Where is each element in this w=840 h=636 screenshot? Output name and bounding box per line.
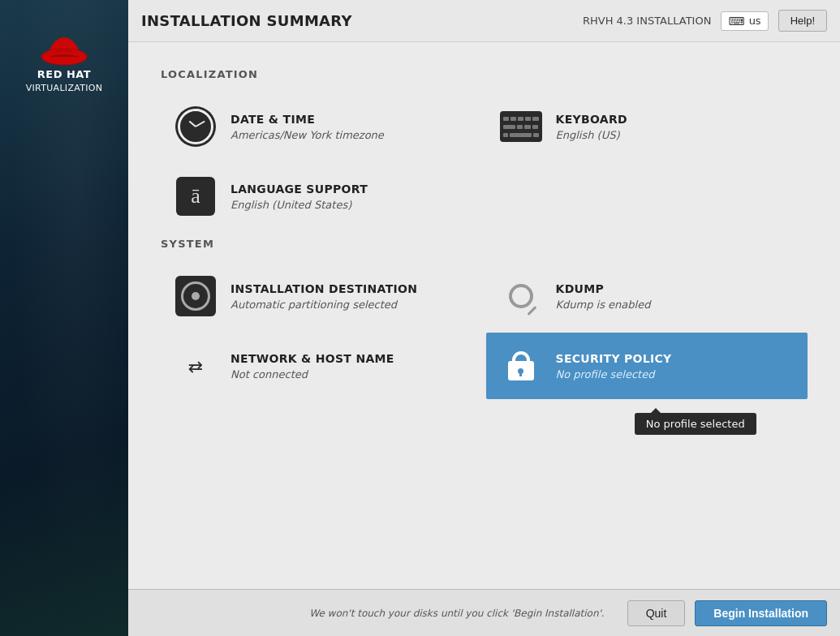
quit-button[interactable]: Quit (627, 600, 686, 626)
network-title: NETWORK & HOST NAME (230, 351, 470, 366)
kdump-title: KDUMP (556, 281, 795, 296)
date-time-title: DATE & TIME (230, 112, 470, 127)
date-time-card[interactable]: DATE & TIME Americas/New York timezone (161, 93, 483, 160)
keyboard-icon-wrapper (499, 105, 543, 148)
keyboard-card[interactable]: KEYBOARD English (US) (486, 93, 808, 160)
topbar-right: RHVH 4.3 INSTALLATION ⌨ us Help! (583, 10, 827, 32)
disk-center (192, 292, 200, 300)
language-support-card[interactable]: ā LANGUAGE SUPPORT English (United State… (161, 163, 483, 230)
keyboard-lang-badge[interactable]: ⌨ us (721, 11, 768, 31)
date-time-subtitle: Americas/New York timezone (230, 129, 470, 141)
network-subtitle: Not connected (230, 368, 470, 380)
version-label: RHVH 4.3 INSTALLATION (583, 15, 711, 27)
security-title: SECURITY POLICY (556, 351, 795, 366)
redhat-hat-icon (40, 31, 88, 67)
brand-logo: RED HAT VIRTUALIZATION (26, 31, 103, 93)
lock-keyhole (518, 368, 523, 374)
system-section-label: SYSTEM (161, 238, 808, 250)
language-text: LANGUAGE SUPPORT English (United States) (230, 182, 470, 210)
localization-grid: DATE & TIME Americas/New York timezone K… (161, 93, 808, 230)
disk-inner (181, 281, 210, 311)
keyboard-icon-large (500, 111, 542, 142)
installation-destination-card[interactable]: INSTALLATION DESTINATION Automatic parti… (161, 263, 483, 329)
network-icon: → ← (174, 345, 217, 387)
bottombar: We won't touch your disks until you clic… (128, 589, 840, 636)
kdump-subtitle: Kdump is enabled (556, 299, 795, 311)
keyboard-icon: ⌨ (728, 15, 744, 28)
security-subtitle: No profile selected (556, 368, 795, 380)
network-card[interactable]: → ← NETWORK & HOST NAME Not connected (161, 333, 483, 399)
keyboard-subtitle: English (US) (556, 129, 795, 141)
kdump-icon-wrapper (499, 274, 543, 318)
main-panel: INSTALLATION SUMMARY RHVH 4.3 INSTALLATI… (128, 0, 840, 636)
network-icon-wrapper: → ← (174, 344, 218, 388)
keyboard-lang-value: us (749, 15, 761, 27)
clock-icon (175, 106, 216, 147)
language-subtitle: English (United States) (230, 199, 470, 211)
language-icon: ā (176, 177, 215, 216)
sidebar: RED HAT VIRTUALIZATION (0, 0, 128, 636)
clock-minute-hand (196, 121, 205, 127)
bottom-note: We won't touch your disks until you clic… (141, 608, 605, 619)
kdump-card[interactable]: KDUMP Kdump is enabled (486, 263, 808, 329)
kdump-text: KDUMP Kdump is enabled (556, 281, 795, 310)
brand-name-top: RED HAT (37, 68, 92, 81)
security-text: SECURITY POLICY No profile selected (556, 351, 795, 380)
lock-body (508, 351, 534, 380)
lock-box (508, 361, 534, 380)
destination-subtitle: Automatic partitioning selected (230, 299, 470, 311)
destination-text: INSTALLATION DESTINATION Automatic parti… (230, 281, 470, 310)
topbar: INSTALLATION SUMMARY RHVH 4.3 INSTALLATI… (128, 0, 840, 42)
security-policy-card[interactable]: SECURITY POLICY No profile selected No p… (486, 333, 808, 399)
network-text: NETWORK & HOST NAME Not connected (230, 351, 470, 380)
localization-section-label: LOCALIZATION (161, 68, 808, 80)
security-tooltip: No profile selected (635, 413, 756, 435)
keyboard-title: KEYBOARD (556, 112, 795, 127)
language-icon-wrapper: ā (174, 174, 218, 218)
date-time-icon-wrapper (174, 105, 218, 148)
content-area: LOCALIZATION DATE & TIME Americas/New Yo… (128, 42, 840, 589)
begin-installation-button[interactable]: Begin Installation (695, 600, 827, 626)
destination-title: INSTALLATION DESTINATION (230, 281, 470, 296)
help-button[interactable]: Help! (778, 10, 827, 32)
search-circle (509, 284, 533, 308)
keyboard-text: KEYBOARD English (US) (556, 112, 795, 140)
arrow-left-icon: ← (188, 359, 203, 379)
disk-icon (175, 276, 216, 316)
language-title: LANGUAGE SUPPORT (230, 182, 470, 196)
brand-name-bottom: VIRTUALIZATION (26, 83, 103, 93)
page-title: INSTALLATION SUMMARY (141, 12, 352, 29)
date-time-text: DATE & TIME Americas/New York timezone (230, 112, 470, 140)
security-icon-wrapper (499, 344, 543, 388)
kdump-icon (501, 276, 541, 316)
system-grid: INSTALLATION DESTINATION Automatic parti… (161, 263, 808, 399)
destination-icon-wrapper (174, 274, 218, 318)
lock-icon (501, 346, 541, 386)
search-handle (527, 306, 536, 316)
